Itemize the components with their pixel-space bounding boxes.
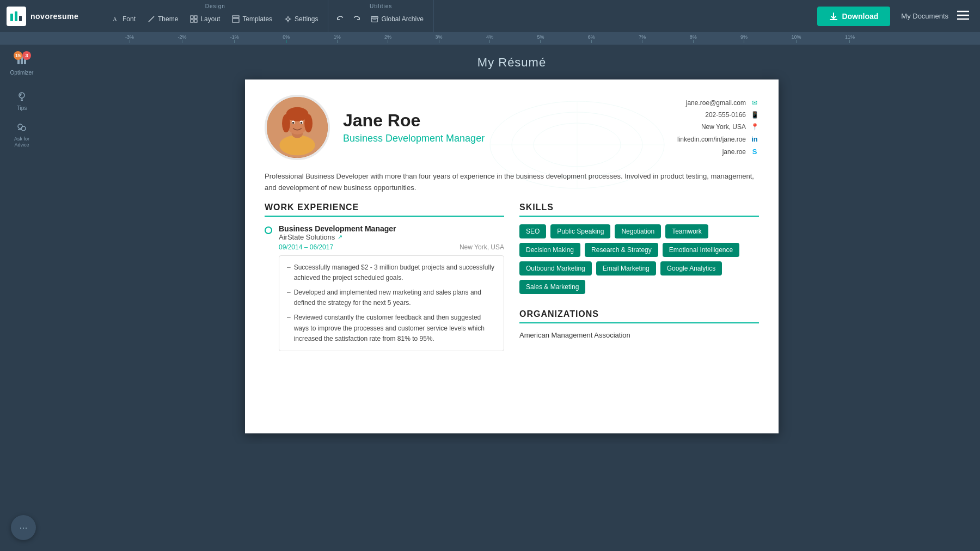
svg-point-26: [21, 126, 26, 131]
work-experience-heading: WORK EXPERIENCE: [265, 203, 504, 217]
svg-rect-6: [194, 16, 197, 19]
timeline-dot: [265, 226, 272, 234]
name-title-area: Jane Roe Business Development Manager: [330, 111, 617, 144]
skill-research-strategy: Research & Strategy: [585, 243, 658, 257]
bullet-dash: –: [287, 287, 291, 308]
ruler-tick: -3%: [125, 34, 134, 43]
svg-rect-2: [19, 16, 22, 21]
skype-icon: S: [750, 148, 759, 156]
skill-teamwork: Teamwork: [665, 224, 708, 238]
resume-body: WORK EXPERIENCE Business Development Man…: [245, 203, 779, 366]
skill-emotional-intelligence: Emotional Intelligence: [663, 243, 739, 257]
sidebar-item-ask-advice[interactable]: Ask for Advice: [3, 118, 40, 152]
summary-text: Professional Business Developer with mor…: [265, 171, 759, 194]
font-button[interactable]: A Font: [107, 12, 141, 26]
design-section: Design A Font Theme Layout Templates Set…: [102, 0, 328, 33]
download-button[interactable]: Download: [817, 7, 890, 26]
work-item: Business Development Manager AirState So…: [265, 224, 504, 351]
svg-rect-9: [232, 16, 239, 17]
resume-title: My Résumé: [477, 56, 546, 70]
contact-email-row: jane.roe@gmail.com ✉: [686, 99, 759, 107]
ruler-tick: 10%: [791, 34, 801, 43]
ruler-tick: 8%: [690, 34, 697, 43]
location-icon: 📍: [750, 123, 759, 131]
contact-linkedin-row: linkedin.com/in/jane.roe in: [677, 135, 759, 143]
svg-point-38: [282, 114, 290, 133]
ruler-tick: 11%: [845, 34, 855, 43]
organizations-section: ORGANIZATIONS American Management Associ…: [519, 309, 759, 339]
svg-point-22: [19, 93, 24, 98]
linkedin-icon: in: [750, 135, 759, 143]
sidebar-item-optimizer[interactable]: 15 3 Optimizer: [3, 50, 40, 80]
logo-area: novoresume: [7, 7, 94, 26]
svg-rect-5: [191, 16, 193, 19]
svg-point-11: [287, 17, 290, 20]
work-bullets: – Successfully managed $2 - 3 million bu…: [279, 255, 504, 351]
resume-document[interactable]: Jane Roe Business Development Manager ja…: [245, 79, 779, 433]
svg-rect-8: [194, 20, 197, 22]
main-content: My Résumé: [44, 45, 980, 444]
sidebar: 15 3 Optimizer Tips Ask for Advice: [0, 45, 44, 444]
work-bullet-1: – Successfully managed $2 - 3 million bu…: [287, 262, 496, 283]
ruler-tick: 3%: [436, 34, 443, 43]
skill-email-marketing: Email Marketing: [596, 261, 656, 276]
hamburger-menu-button[interactable]: [953, 7, 973, 25]
work-content: Business Development Manager AirState So…: [279, 224, 504, 351]
settings-button[interactable]: Settings: [279, 12, 323, 26]
ruler-tick: -1%: [230, 34, 239, 43]
utilities-label: Utilities: [370, 3, 392, 9]
svg-rect-10: [232, 19, 239, 22]
bullet-dash: –: [287, 262, 291, 283]
theme-button[interactable]: Theme: [142, 12, 183, 26]
design-label: Design: [205, 3, 225, 9]
svg-point-34: [279, 135, 315, 155]
resume-header: Jane Roe Business Development Manager ja…: [245, 79, 779, 171]
resume-name: Jane Roe: [343, 111, 617, 131]
ruler-tick: 5%: [537, 34, 544, 43]
sidebar-item-tips[interactable]: Tips: [3, 87, 40, 115]
my-documents-button[interactable]: My Documents: [897, 9, 953, 23]
svg-rect-1: [15, 11, 17, 21]
ruler-tick: 1%: [334, 34, 341, 43]
top-nav: novoresume Design A Font Theme Layout Te…: [0, 0, 980, 33]
org-item: American Management Association: [519, 331, 759, 339]
email-icon: ✉: [750, 99, 759, 107]
skill-seo: SEO: [519, 224, 546, 238]
logo-text: novoresume: [30, 12, 78, 21]
skills-tags: SEO Public Speaking Negotiation Teamwork…: [519, 224, 759, 294]
organizations-heading: ORGANIZATIONS: [519, 309, 759, 323]
skill-outbound-marketing: Outbound Marketing: [519, 261, 592, 276]
svg-text:A: A: [113, 16, 117, 22]
undo-button[interactable]: [333, 13, 348, 26]
layout-button[interactable]: Layout: [185, 12, 225, 26]
skill-google-analytics: Google Analytics: [660, 261, 722, 276]
avatar: [265, 95, 330, 160]
right-column: SKILLS SEO Public Speaking Negotiation T…: [519, 203, 759, 351]
ruler-tick: 7%: [639, 34, 646, 43]
svg-point-39: [304, 114, 313, 133]
ruler-tick: -2%: [177, 34, 186, 43]
global-archive-button[interactable]: Global Archive: [365, 12, 428, 26]
svg-rect-23: [21, 99, 23, 100]
ruler-tick: 4%: [486, 34, 493, 43]
work-date-range: 09/2014 – 06/2017: [279, 243, 333, 251]
left-column: WORK EXPERIENCE Business Development Man…: [265, 203, 504, 351]
redo-button[interactable]: [349, 13, 364, 26]
templates-button[interactable]: Templates: [226, 12, 278, 26]
svg-point-43: [301, 122, 303, 124]
company-name: AirState Solutions: [279, 233, 335, 241]
skill-decision-making: Decision Making: [519, 243, 580, 257]
contact-phone-row: 202-555-0166 📱: [705, 111, 759, 119]
ruler-tick: 2%: [384, 34, 391, 43]
contact-area: jane.roe@gmail.com ✉ 202-555-0166 📱 New …: [617, 99, 759, 156]
badge-3: 3: [22, 51, 31, 60]
svg-point-42: [292, 122, 295, 124]
svg-rect-7: [191, 20, 193, 22]
svg-rect-21: [24, 59, 26, 64]
bullet-dash: –: [287, 313, 291, 344]
skills-heading: SKILLS: [519, 203, 759, 217]
work-location: New York, USA: [460, 243, 504, 251]
work-company: AirState Solutions ↗: [279, 233, 504, 241]
ruler-tick: 9%: [740, 34, 748, 43]
ruler: -3% -2% -1% 0% 1% 2% 3% 4% 5% 6% 7% 8% 9…: [0, 33, 980, 45]
